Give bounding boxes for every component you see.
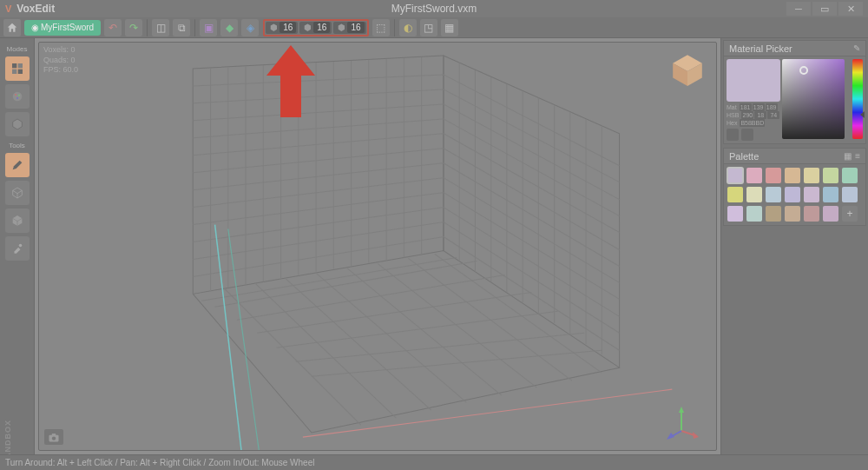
palette-swatch[interactable]: [785, 206, 800, 222]
svg-line-56: [444, 149, 620, 250]
tool-button-8[interactable]: ◳: [420, 19, 437, 36]
palette-swatch[interactable]: [823, 168, 838, 183]
title-bar: V VoxEdit MyFirstSword.vxm ─ ▭ ✕: [0, 0, 868, 17]
hue-slider[interactable]: [852, 59, 863, 139]
viewport-3d[interactable]: Voxels: 0 Quads: 0 FPS: 60.0: [38, 42, 717, 451]
viewport-stats: Voxels: 0 Quads: 0 FPS: 60.0: [43, 45, 78, 76]
cube-y-icon: ⬢: [301, 22, 313, 34]
window-close-button[interactable]: ✕: [838, 2, 863, 16]
project-name-button[interactable]: ◉ MyFirstSword: [24, 20, 101, 36]
palette-swatch[interactable]: [804, 168, 819, 183]
eyedropper-icon[interactable]: ✎: [853, 43, 860, 53]
tool-button-9[interactable]: ▦: [441, 19, 458, 36]
dimension-y[interactable]: ⬢ 16: [299, 22, 332, 34]
mat-tool-1[interactable]: [727, 129, 739, 141]
cube-z-icon: ⬢: [335, 22, 347, 34]
palette-swatch[interactable]: [766, 206, 781, 222]
tool-solid-button[interactable]: [5, 209, 30, 233]
mode-face-button[interactable]: [5, 112, 30, 136]
tool-wireframe-button[interactable]: [5, 181, 30, 205]
svg-marker-81: [693, 432, 699, 439]
dimension-group-highlight: ⬢ 16 ⬢ 16 ⬢ 16: [263, 19, 368, 36]
palette-panel: Palette ▦ ≡ +: [723, 148, 866, 226]
tool-button-5[interactable]: ◈: [241, 19, 259, 36]
svg-line-14: [201, 257, 457, 301]
palette-swatch[interactable]: [842, 168, 858, 183]
svg-line-29: [193, 178, 444, 208]
tool-button-7[interactable]: ◐: [399, 19, 417, 36]
palette-menu-icon[interactable]: ≡: [855, 151, 860, 161]
quads-count: Quads: 0: [43, 56, 78, 66]
palette-swatch[interactable]: [823, 187, 838, 202]
svg-line-24: [435, 254, 602, 373]
svg-point-4: [12, 92, 22, 102]
palette-swatch[interactable]: [785, 187, 800, 202]
dimension-z[interactable]: ⬢ 16: [333, 22, 365, 34]
orientation-cube-icon[interactable]: [669, 51, 706, 88]
voxels-count: Voxels: 0: [43, 45, 78, 56]
project-label: MyFirstSword: [41, 23, 94, 32]
tool-pencil-button[interactable]: [5, 153, 30, 177]
palette-add-button[interactable]: +: [842, 206, 858, 222]
mat-tool-2[interactable]: [741, 129, 753, 141]
screenshot-button[interactable]: [44, 429, 63, 445]
palette-swatch[interactable]: [746, 168, 762, 183]
top-toolbar: ◉ MyFirstSword ↶ ↷ ◫ ⧉ ▣ ◆ ◈ ⬢ 16 ⬢ 16 ⬢…: [0, 17, 868, 38]
undo-button[interactable]: ↶: [104, 19, 122, 36]
palette-swatch[interactable]: [842, 187, 858, 202]
fps-value: FPS: 60.0: [43, 65, 78, 76]
palette-swatch[interactable]: [727, 168, 743, 183]
dimension-x[interactable]: ⬢ 16: [266, 22, 298, 34]
palette-swatch[interactable]: [766, 168, 781, 183]
material-values: Mat 181139189 HSB 2901874 Hex B58BBD: [727, 103, 780, 127]
redo-button[interactable]: ↷: [125, 19, 142, 36]
svg-line-30: [193, 163, 444, 190]
app-logo-icon: V: [5, 3, 11, 14]
palette-swatch[interactable]: [746, 206, 762, 222]
color-saturation-value-picker[interactable]: [782, 59, 845, 139]
svg-line-51: [444, 222, 620, 334]
svg-line-33: [193, 119, 444, 138]
palette-swatch[interactable]: [727, 206, 743, 222]
tool-button-6[interactable]: ⬚: [372, 19, 390, 36]
tool-button-2[interactable]: ⧉: [173, 19, 190, 36]
palette-swatch[interactable]: [804, 206, 819, 222]
home-button[interactable]: [3, 19, 21, 36]
window-minimize-button[interactable]: ─: [786, 2, 811, 16]
palette-title: Palette: [729, 151, 759, 162]
svg-line-54: [444, 178, 620, 283]
dim-z-value[interactable]: 16: [347, 22, 364, 33]
material-picker-panel: Material Picker ✎ Mat 181139189 HSB 2901…: [723, 40, 866, 144]
mode-paint-button[interactable]: [5, 84, 30, 109]
tool-button-1[interactable]: ◫: [152, 19, 169, 36]
svg-rect-1: [17, 63, 22, 68]
current-color-swatch[interactable]: [727, 59, 780, 102]
dim-x-value[interactable]: 16: [279, 22, 296, 33]
tool-button-3[interactable]: ▣: [200, 19, 217, 36]
dim-y-value[interactable]: 16: [313, 22, 330, 33]
svg-line-16: [312, 350, 602, 376]
mode-voxel-button[interactable]: [5, 56, 30, 81]
palette-swatch[interactable]: [823, 206, 838, 222]
axis-gizmo-icon[interactable]: [664, 405, 699, 440]
window-maximize-button[interactable]: ▭: [812, 2, 837, 16]
status-bar: Turn Around: Alt + Left Click / Pan: Alt…: [0, 454, 868, 470]
palette-grid-icon[interactable]: ▦: [844, 151, 852, 161]
tool-picker-button[interactable]: [5, 236, 30, 261]
svg-line-74: [303, 389, 672, 437]
svg-line-50: [444, 237, 620, 351]
palette-swatch[interactable]: [766, 187, 781, 202]
svg-marker-83: [667, 433, 674, 440]
svg-line-36: [193, 75, 444, 86]
palette-swatch[interactable]: [746, 187, 762, 202]
svg-line-73: [228, 229, 259, 450]
palette-swatch[interactable]: [804, 187, 819, 202]
palette-swatch[interactable]: [727, 187, 743, 202]
palette-swatch[interactable]: [785, 168, 800, 183]
modes-label: Modes: [6, 45, 27, 53]
svg-rect-0: [12, 63, 16, 68]
svg-line-19: [286, 278, 431, 410]
svg-line-13: [277, 311, 558, 348]
svg-line-22: [378, 263, 536, 387]
tool-button-4[interactable]: ◆: [220, 19, 238, 36]
